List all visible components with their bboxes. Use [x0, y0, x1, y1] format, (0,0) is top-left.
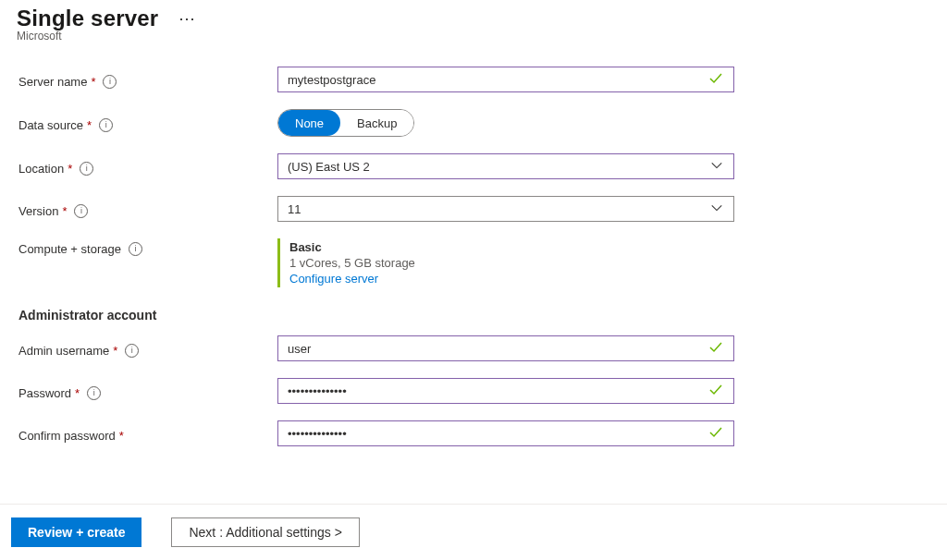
- row-confirm-password: Confirm password *: [18, 420, 947, 446]
- label-server-name: Server name * i: [18, 71, 277, 89]
- location-select[interactable]: [277, 153, 734, 179]
- required-star: *: [75, 386, 80, 400]
- admin-section-title: Administrator account: [18, 308, 947, 323]
- label-compute-storage: Compute + storage i: [18, 238, 277, 256]
- more-icon[interactable]: ⋯: [178, 8, 197, 29]
- info-icon[interactable]: i: [103, 75, 117, 89]
- admin-username-input[interactable]: [277, 335, 734, 361]
- compute-detail: 1 vCores, 5 GB storage: [289, 256, 740, 270]
- wizard-footer: Review + create Next : Additional settin…: [0, 504, 947, 560]
- label-admin-username: Admin username * i: [18, 340, 277, 358]
- required-star: *: [87, 118, 92, 132]
- info-icon[interactable]: i: [129, 242, 142, 256]
- row-location: Location * i: [18, 153, 947, 179]
- confirm-password-input[interactable]: [277, 420, 734, 446]
- info-icon[interactable]: i: [87, 386, 101, 400]
- info-icon[interactable]: i: [74, 204, 88, 218]
- row-compute-storage: Compute + storage i Basic 1 vCores, 5 GB…: [18, 238, 947, 287]
- version-select[interactable]: [277, 196, 734, 222]
- required-star: *: [119, 429, 124, 443]
- review-create-button[interactable]: Review + create: [11, 517, 141, 547]
- server-name-input[interactable]: [277, 67, 734, 92]
- password-input[interactable]: [277, 378, 734, 404]
- label-confirm-password: Confirm password *: [18, 425, 277, 443]
- page-title: Single server: [17, 6, 158, 31]
- row-password: Password * i: [18, 378, 947, 404]
- required-star: *: [68, 162, 72, 176]
- row-admin-username: Admin username * i: [18, 335, 947, 361]
- data-source-option-backup[interactable]: Backup: [340, 110, 413, 136]
- label-version: Version * i: [18, 201, 277, 218]
- row-server-name: Server name * i: [18, 67, 947, 92]
- page-subtitle: Microsoft: [17, 30, 930, 43]
- compute-summary: Basic 1 vCores, 5 GB storage Configure s…: [277, 238, 740, 287]
- label-data-source: Data source * i: [18, 115, 277, 132]
- data-source-option-none[interactable]: None: [278, 110, 340, 136]
- info-icon[interactable]: i: [125, 344, 139, 358]
- next-button[interactable]: Next : Additional settings >: [171, 517, 359, 547]
- form-area: Server name * i Data source * i None Bac…: [0, 67, 947, 446]
- configure-server-link[interactable]: Configure server: [289, 272, 740, 286]
- compute-tier: Basic: [289, 240, 740, 254]
- data-source-toggle: None Backup: [277, 109, 414, 137]
- label-password: Password * i: [18, 383, 277, 400]
- info-icon[interactable]: i: [99, 118, 113, 132]
- info-icon[interactable]: i: [80, 162, 93, 176]
- row-data-source: Data source * i None Backup: [18, 109, 947, 137]
- required-star: *: [62, 204, 67, 218]
- row-version: Version * i: [18, 196, 947, 222]
- label-location: Location * i: [18, 158, 277, 176]
- page-header: Single server ⋯ Microsoft: [0, 0, 947, 50]
- required-star: *: [91, 75, 95, 89]
- required-star: *: [113, 344, 117, 358]
